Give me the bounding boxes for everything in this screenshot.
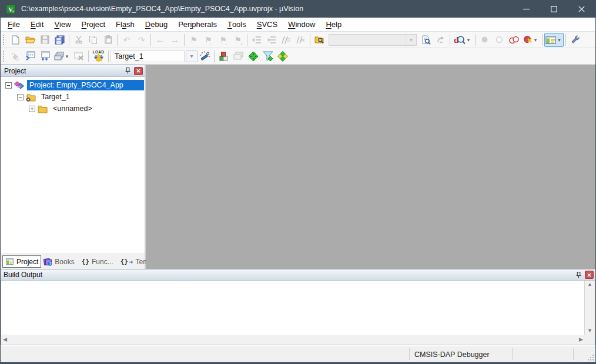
expand-expander-icon[interactable] xyxy=(29,106,35,112)
manage-rte-button[interactable] xyxy=(217,49,231,63)
save-all-button[interactable] xyxy=(53,33,67,47)
new-file-button[interactable] xyxy=(9,33,23,47)
resize-grip[interactable] xyxy=(587,353,595,362)
manage-project-items-button[interactable] xyxy=(276,49,290,63)
search-combo[interactable]: ▾ xyxy=(329,34,417,46)
batch-build-button[interactable]: ▾ xyxy=(53,49,72,63)
scroll-left-icon[interactable]: ◀ xyxy=(3,337,7,342)
options-for-target-button[interactable] xyxy=(198,49,212,63)
menu-peripherals[interactable]: Peripherals xyxy=(173,18,222,31)
build-button[interactable] xyxy=(24,49,38,63)
uncomment-selection-button[interactable] xyxy=(294,33,308,47)
insert-bookmark-button[interactable]: ⚑ xyxy=(187,33,201,47)
breakpoint-kill-all-button[interactable]: ▾ xyxy=(522,33,540,47)
unindent-button[interactable] xyxy=(250,33,264,47)
breakpoint-icon xyxy=(481,36,488,43)
target-select-dropdown[interactable]: ▾ xyxy=(186,50,197,62)
pack-installer-button[interactable] xyxy=(246,49,260,63)
breakpoint-enable-disable-button[interactable] xyxy=(493,33,507,47)
menu-debug[interactable]: Debug xyxy=(140,18,173,31)
build-output-content[interactable] xyxy=(1,281,585,335)
tree-label-project[interactable]: Project: Empty_PSOC4_App xyxy=(27,80,144,90)
scroll-down-icon[interactable]: ▼ xyxy=(587,328,592,333)
breakpoint-dropdown[interactable]: ▾ xyxy=(533,37,539,43)
navigate-back-button[interactable]: ← xyxy=(153,33,168,47)
incremental-find-button[interactable] xyxy=(434,33,448,47)
manage-rte-icon xyxy=(219,51,229,61)
menu-tools[interactable]: Tools xyxy=(222,18,252,31)
menu-view[interactable]: View xyxy=(49,18,76,31)
close-button[interactable] xyxy=(568,0,595,18)
project-panel-pin-button[interactable] xyxy=(123,66,132,76)
toolbar-separator xyxy=(450,34,450,46)
collapse-expander-icon[interactable] xyxy=(17,94,24,100)
tree-label-unnamed[interactable]: <unnamed> xyxy=(51,103,95,114)
download-button[interactable]: LOAD xyxy=(91,49,106,63)
stop-build-button[interactable] xyxy=(72,49,86,63)
previous-bookmark-button[interactable]: ⚑← xyxy=(202,33,216,47)
tree-row-unnamed[interactable]: <unnamed> xyxy=(1,103,145,114)
menu-flash[interactable]: Flash xyxy=(111,18,140,31)
build-output-close-button[interactable] xyxy=(585,271,594,279)
toolbar-grip[interactable] xyxy=(3,51,6,62)
scroll-up-icon[interactable]: ▲ xyxy=(587,282,592,287)
batch-build-dropdown[interactable]: ▾ xyxy=(64,53,71,59)
flash-windows-button[interactable] xyxy=(232,49,246,63)
build-output-pin-button[interactable] xyxy=(574,270,583,279)
navigate-forward-button[interactable]: → xyxy=(168,33,182,47)
vertical-scrollbar[interactable]: ▲ ▼ xyxy=(585,281,595,335)
search-combo-dropdown[interactable]: ▾ xyxy=(406,35,416,45)
window-layout-button[interactable]: ▾ xyxy=(544,33,564,47)
translate-button[interactable] xyxy=(9,49,23,63)
tree-label-target[interactable]: Target_1 xyxy=(39,92,72,102)
project-panel-close-button[interactable] xyxy=(134,67,143,75)
indent-button[interactable] xyxy=(264,33,279,47)
menu-help[interactable]: Help xyxy=(320,18,347,31)
target-select[interactable]: Target_1 xyxy=(111,50,185,62)
minimize-button[interactable] xyxy=(513,0,540,18)
undo-button[interactable]: ↶ xyxy=(120,33,134,47)
save-button[interactable] xyxy=(38,33,52,47)
unindent-icon xyxy=(252,36,262,44)
configure-button[interactable] xyxy=(568,33,582,47)
menu-file[interactable]: File xyxy=(2,18,25,31)
find-in-files-folder-button[interactable] xyxy=(313,33,327,47)
clear-all-bookmarks-button[interactable]: ⚑x xyxy=(231,33,245,47)
toolbar-separator xyxy=(108,50,109,62)
menu-svcs[interactable]: SVCS xyxy=(252,18,283,31)
tree-row-project[interactable]: Project: Empty_PSOC4_App xyxy=(1,79,145,91)
redo-button[interactable]: ↷ xyxy=(135,33,149,47)
breakpoint-toggle-button[interactable] xyxy=(478,33,492,47)
tree-row-target[interactable]: Target_1 xyxy=(1,91,145,103)
menu-edit[interactable]: Edit xyxy=(25,18,49,31)
magic-wand-icon xyxy=(200,51,210,61)
menu-project[interactable]: Project xyxy=(76,18,111,31)
project-tab-icon xyxy=(5,258,14,265)
open-file-button[interactable] xyxy=(24,33,38,47)
window-layout-dropdown[interactable]: ▾ xyxy=(556,37,562,43)
toolbar-grip[interactable] xyxy=(3,35,6,45)
select-software-packs-button[interactable] xyxy=(261,49,275,63)
cut-button[interactable] xyxy=(72,33,86,47)
open-folder-icon xyxy=(25,35,36,44)
tab-functions[interactable]: {} Func... xyxy=(79,255,116,268)
status-debugger-label: CMSIS-DAP Debugger xyxy=(414,350,490,359)
collapse-expander-icon[interactable] xyxy=(5,82,12,89)
menu-window[interactable]: Window xyxy=(283,18,320,31)
debug-find-dropdown[interactable]: ▾ xyxy=(466,37,472,43)
find-in-files-button[interactable] xyxy=(419,33,433,47)
forward-arrow-icon: → xyxy=(170,35,180,45)
debug-find-button[interactable]: d ▾ xyxy=(453,33,473,47)
tab-project[interactable]: Project xyxy=(2,255,41,268)
next-bookmark-button[interactable]: ⚑→ xyxy=(216,33,230,47)
scroll-right-icon[interactable]: ▶ xyxy=(579,337,583,342)
breakpoint-disable-all-button[interactable] xyxy=(507,33,521,47)
maximize-button[interactable] xyxy=(540,0,568,18)
horizontal-scrollbar[interactable]: ◀ ▶ xyxy=(1,335,585,345)
rebuild-button[interactable] xyxy=(38,49,52,63)
comment-selection-button[interactable] xyxy=(279,33,293,47)
tab-books[interactable]: ? Books xyxy=(41,255,76,268)
paste-button[interactable] xyxy=(101,33,115,47)
copy-button[interactable] xyxy=(86,33,101,47)
toolbar-separator xyxy=(184,34,185,46)
